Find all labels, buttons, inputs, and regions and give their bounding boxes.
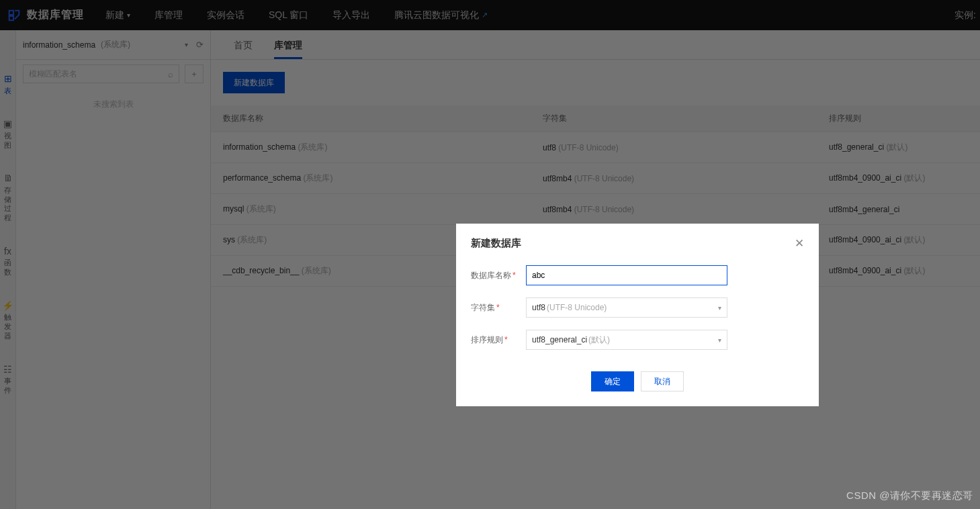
charset-select[interactable]: utf8 (UTF-8 Unicode) ▾ [526,297,727,318]
chevron-down-icon: ▾ [718,304,721,312]
create-database-modal: 新建数据库 ✕ 数据库名称* 字符集* utf8 (UTF-8 Un [456,224,819,406]
modal-title: 新建数据库 [471,237,795,250]
collation-select[interactable]: utf8_general_ci (默认) ▾ [526,330,727,350]
db-name-input[interactable] [526,265,727,285]
label-charset: 字符集* [471,302,526,314]
close-icon[interactable]: ✕ [795,236,804,250]
confirm-button[interactable]: 确定 [591,371,634,391]
chevron-down-icon: ▾ [718,336,721,344]
cancel-button[interactable]: 取消 [641,371,684,391]
label-db-name: 数据库名称* [471,270,526,281]
label-collation: 排序规则* [471,334,526,346]
modal-overlay: 新建数据库 ✕ 数据库名称* 字符集* utf8 (UTF-8 Un [0,0,980,509]
